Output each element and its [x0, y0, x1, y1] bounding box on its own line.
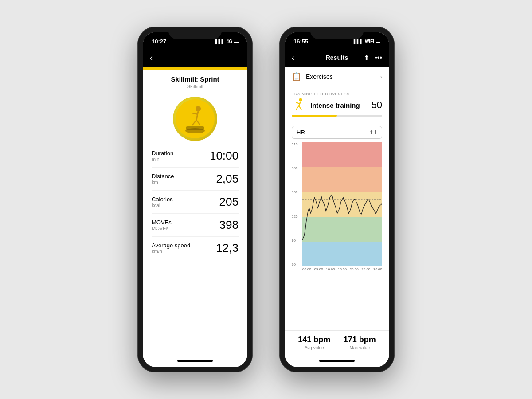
stat-unit-1: km: [152, 180, 174, 185]
home-bar-2: [319, 360, 355, 362]
hr-chart: 210 180 150 120 90 60: [292, 142, 382, 330]
signal-icon-1: ▌▌▌: [215, 39, 224, 44]
max-value-item: 171 bpm Max value: [337, 335, 383, 350]
status-time-1: 10:27: [152, 38, 166, 45]
svg-rect-7: [186, 126, 204, 130]
nav-title-2: Results: [326, 54, 348, 61]
x-label-10: 10:00: [326, 267, 335, 271]
table-row: Average speed km/h 12,3: [152, 237, 239, 259]
stat-unit-4: km/h: [152, 249, 190, 254]
max-bpm-label: Max value: [337, 345, 383, 350]
nav-bar-2: ‹ Results ⬆ •••: [285, 48, 389, 67]
svg-rect-17: [302, 142, 382, 167]
battery-icon-2: ▬: [376, 39, 380, 44]
y-label-60: 60: [292, 262, 302, 266]
table-row: Calories kcal 205: [152, 191, 239, 214]
workout-title: Skillmill: Sprint: [150, 75, 240, 83]
svg-rect-14: [302, 217, 382, 242]
treadmill-svg: [175, 99, 215, 139]
table-row: Distance km 2,05: [152, 168, 239, 191]
stat-unit-2: kcal: [152, 203, 173, 208]
effectiveness-bar-background: [292, 115, 382, 117]
svg-rect-13: [302, 242, 382, 266]
x-label-30: 30:00: [373, 267, 382, 271]
workout-image: [173, 97, 217, 141]
bottom-stats: 141 bpm Avg value 171 bpm Max value: [285, 330, 389, 355]
chart-area: 210 180 150 120 90 60: [292, 142, 382, 266]
y-label-210: 210: [292, 142, 302, 146]
stat-value-1: 2,05: [216, 172, 239, 186]
stat-name-0: Duration: [152, 150, 173, 156]
table-row: Duration min 10:00: [152, 145, 239, 168]
stat-name-2: Calories: [152, 196, 173, 203]
svg-point-1: [196, 106, 201, 111]
home-indicator-2: [285, 355, 389, 367]
hr-selector[interactable]: HR ⬆⬇: [292, 126, 382, 139]
x-axis-labels: 00:00 05:00 10:00 15:00 20:00 25:00 30:0…: [302, 267, 382, 271]
back-button-1[interactable]: ‹: [150, 53, 153, 63]
share-icon[interactable]: ⬆: [364, 54, 369, 62]
y-label-150: 150: [292, 190, 302, 194]
hr-label: HR: [297, 129, 305, 136]
battery-icon-1: ▬: [234, 39, 239, 44]
workout-header: Skillmill: Sprint Skillmill: [143, 70, 247, 93]
y-axis-labels: 210 180 150 120 90 60: [292, 142, 302, 266]
effectiveness-card: TRAINING EFFECTIVENESS Intense training …: [285, 86, 389, 122]
back-button-2[interactable]: ‹: [292, 53, 294, 63]
svg-rect-15: [302, 192, 382, 217]
phone-2-screen: 16:55 ▌▌▌ WiFi ▬ ‹ Results ⬆ ••• 📋 Exerc…: [285, 32, 389, 367]
svg-line-10: [296, 102, 300, 104]
status-icons-2: ▌▌▌ WiFi ▬: [354, 39, 380, 44]
x-label-20: 20:00: [350, 267, 359, 271]
avg-bpm-value: 141 bpm: [292, 335, 337, 344]
stat-name-3: MOVEs: [152, 219, 172, 226]
svg-point-8: [299, 98, 302, 102]
phone-1-screen: 10:27 ▌▌▌ 4G ▬ ‹ Skillmill: Sprint Skill…: [143, 32, 247, 367]
phone-1: 10:27 ▌▌▌ 4G ▬ ‹ Skillmill: Sprint Skill…: [137, 27, 253, 372]
clipboard-icon: 📋: [292, 72, 301, 82]
y-label-90: 90: [292, 239, 302, 243]
x-label-0: 00:00: [302, 267, 311, 271]
stat-value-0: 10:00: [210, 149, 239, 163]
runner-icon: [292, 98, 306, 112]
status-time-2: 16:55: [293, 38, 308, 45]
avg-value-item: 141 bpm Avg value: [292, 335, 337, 350]
chart-inner: [302, 142, 382, 266]
effectiveness-bar-fill: [292, 115, 337, 117]
table-row: MOVEs MOVEs 398: [152, 214, 239, 237]
x-label-15: 15:00: [338, 267, 347, 271]
avg-bpm-label: Avg value: [292, 345, 337, 350]
stats-list: Duration min 10:00 Distance km 2,05 Calo…: [143, 145, 247, 355]
chevron-right-icon: ›: [380, 73, 382, 80]
effectiveness-text: Intense training: [310, 102, 367, 109]
exercises-row[interactable]: 📋 Exercises ›: [285, 67, 389, 86]
status-bar-2: 16:55 ▌▌▌ WiFi ▬: [285, 32, 389, 48]
more-icon[interactable]: •••: [375, 54, 382, 62]
effectiveness-label: TRAINING EFFECTIVENESS: [292, 92, 382, 96]
selector-arrows-icon: ⬆⬇: [369, 129, 377, 135]
signal-icon-2: ▌▌▌: [354, 39, 363, 44]
workout-subtitle: Skillmill: [150, 84, 240, 89]
exercises-label: Exercises: [306, 73, 380, 80]
svg-rect-16: [302, 167, 382, 192]
y-label-180: 180: [292, 166, 302, 170]
home-bar-1: [177, 360, 213, 362]
x-label-5: 05:00: [314, 267, 323, 271]
effectiveness-score: 50: [372, 99, 382, 111]
max-bpm-value: 171 bpm: [337, 335, 383, 344]
stat-unit-3: MOVEs: [152, 226, 172, 231]
x-label-25: 25:00: [361, 267, 370, 271]
wifi-icon-2: WiFi: [365, 39, 374, 44]
stat-value-3: 398: [219, 218, 239, 232]
nav-bar-1: ‹: [143, 48, 247, 67]
svg-line-11: [296, 106, 299, 110]
stat-value-2: 205: [219, 195, 239, 209]
phone-2: 16:55 ▌▌▌ WiFi ▬ ‹ Results ⬆ ••• 📋 Exerc…: [279, 27, 395, 372]
nav-actions-2: ⬆ •••: [364, 54, 382, 62]
status-bar-1: 10:27 ▌▌▌ 4G ▬: [143, 32, 247, 48]
home-indicator-1: [143, 355, 247, 367]
network-icon-1: 4G: [227, 39, 232, 44]
status-icons-1: ▌▌▌ 4G ▬: [215, 39, 239, 44]
y-label-120: 120: [292, 215, 302, 219]
chart-svg: [302, 142, 382, 266]
